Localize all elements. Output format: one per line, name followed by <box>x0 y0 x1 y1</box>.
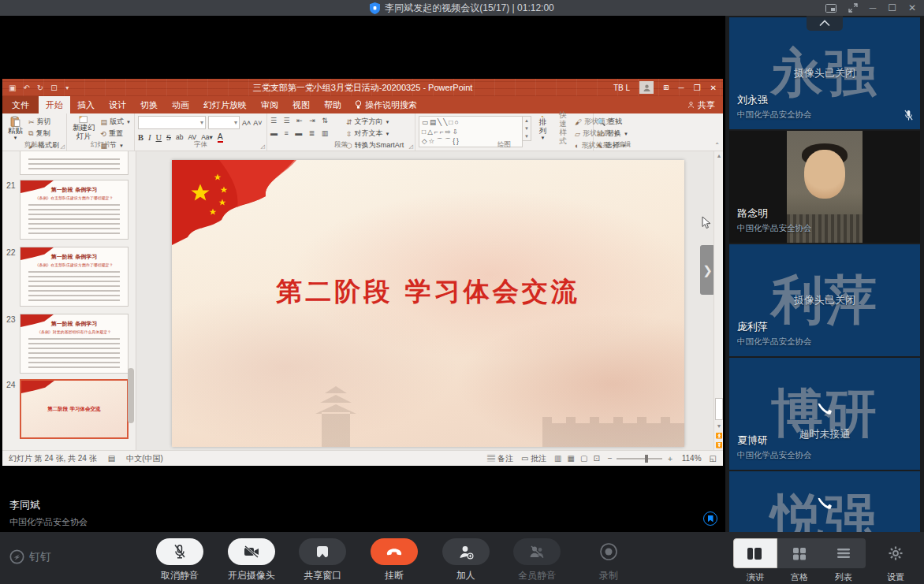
meeting-toolbar: 钉钉 取消静音 <box>0 532 924 584</box>
scroll-down-icon: ▼ <box>714 422 723 431</box>
fullscreen-icon[interactable] <box>848 3 858 13</box>
next-slide-icon: ⏬ <box>714 441 723 450</box>
participant-tile[interactable]: 利萍 摄像头已关闭 庞利萍 中国化学品安全协会 <box>729 244 920 356</box>
paste-button: 粘贴 ▼ <box>6 116 25 141</box>
participant-org: 中国化学品安全协会 <box>737 223 812 234</box>
tab-transitions: 切换 <box>133 96 165 113</box>
tab-review: 审阅 <box>254 96 285 113</box>
quick-access-toolbar: ▣ ↶ ↻ ⊡ ▼ <box>2 84 70 92</box>
zoom-slider: − ＋ <box>608 453 674 464</box>
dingtalk-brand: 钉钉 <box>9 549 51 564</box>
shape-gallery: ▭▤╲╲□○ □△⌐⌐⇨⇩ ◇☆⌒⌒{} ▲▼▼ <box>419 116 531 141</box>
meeting-title-row: 李同斌发起的视频会议(15/17) | 01:12:00 <box>370 2 554 15</box>
clipboard-group: 粘贴 ▼ ✂剪切 ⧉复制 🖌格式刷 剪贴板 ◿ <box>2 113 67 151</box>
align-text-button: ⇳对齐文本▼ <box>346 128 404 139</box>
qat-customize-icon: ▼ <box>65 85 70 91</box>
slide-thumbnail-24-selected: 24 第二阶段 学习体会交流 <box>20 379 129 439</box>
account-avatar <box>639 81 654 94</box>
slide-number: 21 <box>6 180 16 190</box>
camera-on-button[interactable]: 开启摄像头 <box>218 538 285 582</box>
font-name-select: ▾ <box>138 116 206 129</box>
drawing-group-label: 绘图 <box>415 140 593 150</box>
cut-icon: ✂ <box>28 118 35 126</box>
editing-group: 🔍查找 ab替换▼ ⬉选择▼ 编辑 <box>594 113 655 151</box>
collapse-sidebar-button[interactable] <box>807 16 843 31</box>
unmute-button[interactable]: 取消静音 <box>147 538 213 582</box>
save-icon: ▣ <box>9 84 16 92</box>
previous-slide-icon: ⏫ <box>714 431 723 441</box>
share-button: 共享 <box>687 99 715 111</box>
tab-animations: 动画 <box>165 96 196 113</box>
flag-decoration <box>21 381 54 393</box>
slide-number: 24 <box>6 380 16 389</box>
editing-group-label: 编辑 <box>594 140 655 150</box>
security-shield-icon <box>370 2 380 14</box>
add-people-button[interactable]: 加人 <box>433 538 499 582</box>
copy-button: ⧉复制 <box>28 128 59 139</box>
brand-name: 钉钉 <box>29 550 51 564</box>
paragraph-dialog-launcher-icon: ◿ <box>409 143 413 150</box>
window-titlebar: 李同斌发起的视频会议(15/17) | 01:12:00 ─ ☐ ✕ <box>0 0 924 16</box>
view-mode-switcher: 演讲 宫格 <box>733 538 866 583</box>
zoom-handle <box>645 455 648 463</box>
share-person-icon <box>687 101 695 109</box>
tab-view: 视图 <box>285 96 317 113</box>
mute-all-button[interactable]: 全员静音 <box>504 538 570 582</box>
settings-button[interactable]: 设置 <box>878 538 913 583</box>
slide-number: 23 <box>6 314 16 324</box>
font-size-select: ▾ <box>208 116 240 129</box>
view-mode-list[interactable]: 列表 <box>822 538 866 583</box>
slides-group: 新建幻灯片 ▤版式▼ ⟲重置 ▦节▼ 幻灯片 <box>67 113 135 151</box>
layout-button: ▤版式▼ <box>101 117 131 127</box>
mic-muted-icon <box>904 110 914 121</box>
picture-in-picture-icon[interactable] <box>825 4 836 13</box>
collapse-ribbon-icon: ⌃ <box>714 142 720 149</box>
ppt-minimize-icon: ─ <box>679 84 684 92</box>
scrollbar-thumb <box>715 398 723 420</box>
new-slide-button: 新建幻灯片 <box>70 116 98 141</box>
pinned-indicator-icon[interactable] <box>703 511 717 526</box>
share-window-button[interactable]: 共享窗口 <box>289 538 356 582</box>
view-mode-grid[interactable]: 宫格 <box>777 538 822 583</box>
tab-slideshow: 幻灯片放映 <box>196 96 254 113</box>
layout-icon: ▤ <box>101 118 108 126</box>
slide-position: 幻灯片 第 24 张, 共 24 张 <box>9 453 97 464</box>
tab-help: 帮助 <box>317 96 348 113</box>
font-group: ▾ ▾ A˄ A˅ B I U S ab AV Aa▾ A <box>135 113 267 151</box>
add-person-icon <box>458 545 474 560</box>
align-text-icon: ⇳ <box>346 130 352 138</box>
participant-tile[interactable]: 永强 摄像头已关闭 刘永强 中国化学品安全协会 <box>729 17 920 129</box>
slideshow-view-icon: ⊡ <box>593 454 599 463</box>
paste-icon <box>9 116 21 127</box>
participant-org: 中国化学品安全协会 <box>737 110 812 121</box>
hangup-button[interactable]: 挂断 <box>361 538 427 582</box>
tab-insert: 插入 <box>70 96 102 113</box>
view-mode-presentation[interactable]: 演讲 <box>733 538 777 583</box>
chevron-up-icon <box>818 20 831 27</box>
hangup-phone-icon <box>386 548 403 556</box>
zoom-in-icon: ＋ <box>666 453 674 464</box>
slide-thumbnail-20-partial <box>20 151 129 175</box>
slideshow-icon: ⊡ <box>50 84 57 92</box>
share-window-icon <box>315 545 330 559</box>
close-icon[interactable]: ✕ <box>908 0 916 16</box>
camera-off-icon <box>243 545 260 559</box>
undo-icon: ↶ <box>23 84 29 92</box>
tab-home: 开始 <box>39 96 70 113</box>
list-layout-icon <box>836 548 851 559</box>
paragraph-group: ☰ ☰ ⇤ ⇥ ⇅ ▬ ≡ ▬ ≣ ▥ ⇵文字方向▼ ⇳对齐文本▼ ⬡转换为Sm… <box>267 113 415 151</box>
record-button[interactable]: 录制 <box>576 538 642 582</box>
thumbnail-scrollbar <box>128 154 134 447</box>
person-icon <box>643 84 651 92</box>
participant-tile[interactable]: 路念明 中国化学品安全协会 <box>729 131 920 243</box>
shape-gallery-arrows: ▲▼▼ <box>523 116 531 141</box>
language-indicator: 中文(中国) <box>126 453 163 464</box>
zoom-level: 114% <box>682 454 702 463</box>
clipboard-dialog-launcher-icon: ◿ <box>61 143 65 150</box>
drawing-group: ▭▤╲╲□○ □△⌐⌐⇨⇩ ◇☆⌒⌒{} ▲▼▼ 排列 ▼ <box>415 113 594 151</box>
maximize-icon[interactable]: ☐ <box>888 0 896 16</box>
slide-thumbnail-22: 22 第一阶段 条例学习 《条例》在支部队伍建设方面作了哪些规定？ <box>20 247 129 307</box>
grow-font-icon: A˄ <box>242 119 251 127</box>
participant-tile[interactable]: 博研 超时未接通 夏博研 中国化学品安全协会 <box>729 358 920 470</box>
minimize-icon[interactable]: ─ <box>870 0 877 16</box>
